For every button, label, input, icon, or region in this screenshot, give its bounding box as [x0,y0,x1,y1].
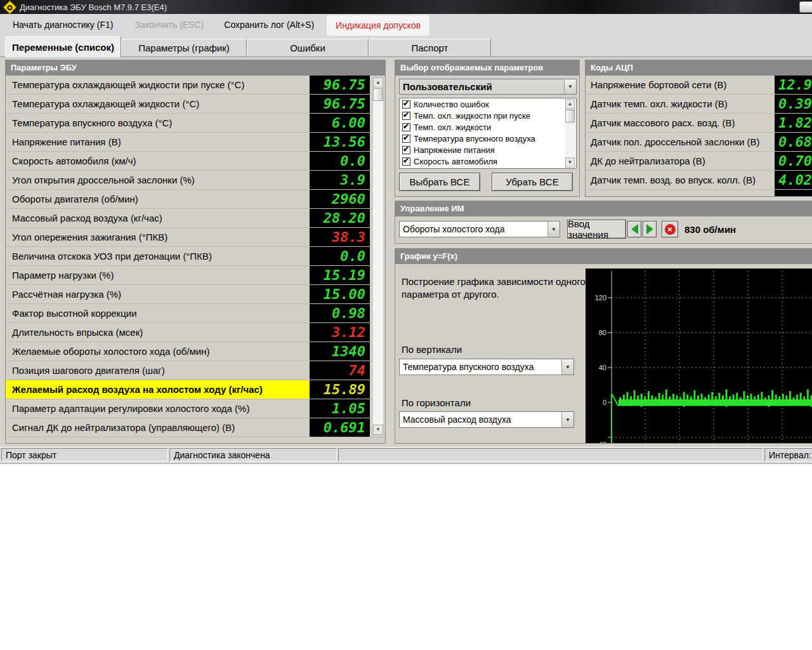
chevron-down-icon[interactable]: ▼ [547,222,560,237]
list-item[interactable]: ✔Скорость автомобиля [400,156,576,167]
table-row[interactable]: Параметр адаптации регулировки холостого… [6,399,385,418]
checkbox-icon[interactable]: ✔ [402,146,410,154]
list-item[interactable]: ✔Температура впускного воздуха [400,133,576,144]
ecu-scrollbar[interactable]: ▲ ▼ [372,77,384,435]
param-value: 0.0 [310,152,370,170]
checkbox-label: Температура впускного воздуха [414,134,535,143]
list-item[interactable]: ✔Темп. охл. жидкости [400,121,576,133]
table-row[interactable]: Температура охлаждающей жидкости (°C)96.… [6,95,385,114]
table-row[interactable]: Напряжение питания (В)13.56 [6,133,385,152]
table-row[interactable]: Массовый расход воздуха (кг/час)28.20 [6,209,385,228]
tab-2[interactable]: Параметры (график) [121,39,247,56]
table-row[interactable]: Датчик массового расх. возд. (В)1.82 [586,114,812,133]
table-row[interactable]: ДК до нейтрализатора (В)0.70 [586,152,812,171]
key-icon [3,0,16,13]
checkbox-icon[interactable]: ✔ [402,123,410,131]
table-row[interactable]: Датчик пол. дроссельной заслонки (В)0.68 [586,133,812,152]
table-row[interactable] [586,190,812,197]
table-row[interactable]: Длительность впрыска (мсек)3.12 [6,323,385,342]
graph-canvas: 12080400-40 [586,269,812,443]
param-label: Желаемый расход воздуха на холостом ходу… [6,380,310,399]
ecu-params-list: Температура охлаждающей жидкости при пус… [6,76,385,437]
toolbar-button[interactable]: Сохранить лог (Alt+S) [220,17,318,33]
checkbox-icon[interactable]: ✔ [402,157,410,166]
chevron-down-icon[interactable]: ▼ [564,79,576,94]
param-label: Напряжение питания (В) [6,133,310,151]
list-item[interactable]: ✔Напряжение питания [400,144,576,156]
list-item[interactable]: ✔Угол открытия дроссельной заслонки [400,167,576,169]
status-bar: Порт закрыт Диагностика закончена Интерв… [0,447,812,463]
param-value: 3.9 [310,171,370,189]
status-interval: Интервал: 4 [764,448,812,461]
decrease-button[interactable] [627,221,641,237]
table-row[interactable]: Температура охлаждающей жидкости при пус… [6,76,385,95]
table-row[interactable]: Температура впускного воздуха (°C)6.00 [6,114,385,133]
checkbox-icon[interactable]: ✔ [402,100,410,109]
actuator-value: Обороты холостого хода [400,222,547,237]
table-row[interactable]: Угол открытия дроссельной заслонки (%)3.… [6,171,385,190]
increase-button[interactable] [643,221,657,237]
graph-description: Построение графика зависимости одного па… [402,275,586,301]
scroll-up-icon[interactable]: ▲ [373,77,383,88]
table-row[interactable]: Желаемый расход воздуха на холостом ходу… [6,380,385,399]
param-checklist[interactable]: ▲ ▼ ✔Количество ошибок✔Темп. охл. жидкос… [399,98,577,169]
list-item[interactable]: ✔Темп. охл. жидкости при пуске [400,110,576,121]
enter-value-button[interactable]: Ввод значения [567,220,626,239]
scroll-down-icon[interactable]: ▼ [565,157,575,168]
checkbox-icon[interactable]: ✔ [402,169,410,169]
clear-all-button[interactable]: Убрать ВСЕ [492,173,573,191]
graph-header: График y=F(x) [395,249,812,264]
actuator-combobox[interactable]: Обороты холостого хода ▼ [399,221,560,237]
check-icon: ✔ [403,122,409,131]
minimize-button[interactable] [799,1,812,13]
select-all-button[interactable]: Выбрать ВСЕ [399,173,480,191]
scroll-thumb[interactable] [373,88,383,101]
table-row[interactable]: Скорость автомобиля (км/ч)0.0 [6,152,385,171]
chevron-down-icon[interactable]: ▼ [561,412,573,427]
title-bar: Диагностика ЭБУ Bosch M7.9.7 E3(E4) [0,0,812,14]
checkbox-icon[interactable]: ✔ [402,112,410,120]
adc-value: 1.82 [775,114,812,132]
checkbox-label: Напряжение питания [414,145,495,155]
svg-text:80: 80 [599,329,606,336]
list-item[interactable]: ✔Количество ошибок [400,98,576,110]
param-label: Скорость автомобиля (км/ч) [6,152,310,170]
scroll-up-icon[interactable]: ▲ [565,99,575,109]
param-label: Длительность впрыска (мсек) [6,323,310,342]
checkbox-label: Темп. охл. жидкости [414,123,491,132]
table-row[interactable]: Параметр нагрузки (%)15.19 [6,266,385,285]
table-row[interactable]: Обороты двигателя (об/мин)2960 [6,190,385,209]
table-row[interactable]: Датчик темп. возд. во впуск. колл. (В)4.… [586,171,812,190]
vertical-axis-combobox[interactable]: Температура впускного воздуха ▼ [399,359,574,375]
checkbox-icon[interactable]: ✔ [402,135,410,143]
param-value: 28.20 [310,209,370,227]
horizontal-axis-combobox[interactable]: Массовый расход воздуха ▼ [399,411,574,428]
graph-plot: 12080400-40 [586,269,812,443]
toolbar-button[interactable]: Индикация допусков [327,15,429,36]
tab-1[interactable]: Переменные (список) [5,36,121,57]
tab-4[interactable]: Паспорт [369,39,491,56]
table-row[interactable]: Датчик темп. охл. жидкости (В)0.39 [586,95,812,114]
table-row[interactable]: Фактор высотной коррекции0.98 [6,304,385,323]
cancel-button[interactable]: ✕ [662,221,678,237]
checklist-scrollbar[interactable]: ▲ ▼ [565,99,575,168]
toolbar-button[interactable]: Закончить (ESC) [131,17,207,33]
adc-value: 0.39 [775,95,812,113]
table-row[interactable]: Желаемые обороты холостого хода (об/мин)… [6,342,385,361]
param-value: 2960 [310,190,370,208]
scroll-down-icon[interactable]: ▼ [373,425,383,435]
table-row[interactable]: Угол опережения зажигания (°ПКВ)38.3 [6,228,385,247]
rpm-readout: 830 об/мин [684,224,736,235]
tab-3[interactable]: Ошибки [247,39,369,56]
table-row[interactable]: Сигнал ДК до нейтрализатора (управляющег… [6,418,385,437]
scroll-thumb[interactable] [565,110,575,123]
param-value: 74 [310,361,370,380]
toolbar-button[interactable]: Начать диагностику (F1) [9,17,117,33]
table-row[interactable]: Рассчётная нагрузка (%)15.00 [6,285,385,304]
table-row[interactable]: Напряжение бортовой сети (В)12.9 [586,76,812,95]
table-row[interactable]: Величина отскока УОЗ при детонации (°ПКВ… [6,247,385,266]
preset-combobox[interactable]: Пользовательский ▼ [399,79,577,95]
param-label: Угол опережения зажигания (°ПКВ) [6,228,310,246]
chevron-down-icon[interactable]: ▼ [561,359,573,375]
table-row[interactable]: Позиция шагового двигателя (шаг)74 [6,361,385,380]
